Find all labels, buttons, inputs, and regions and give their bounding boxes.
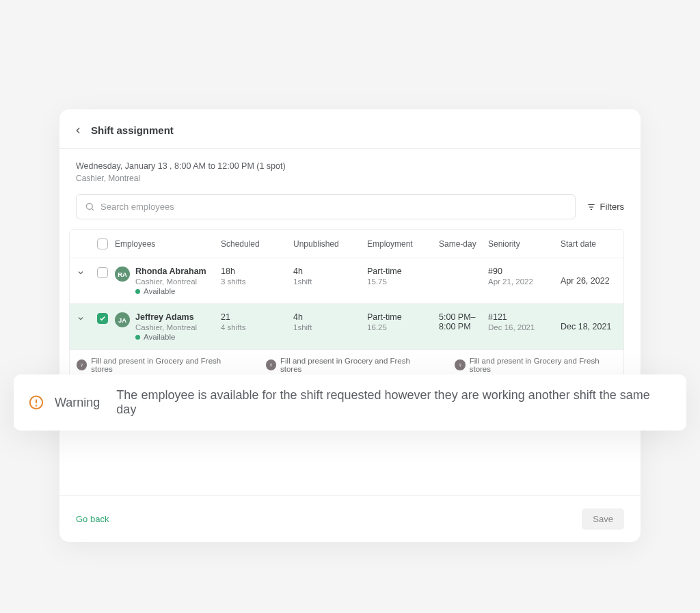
search-input[interactable] bbox=[100, 202, 567, 212]
unpublished-sub: 1shift bbox=[293, 323, 367, 331]
row-checkbox[interactable] bbox=[97, 267, 108, 278]
search-icon bbox=[85, 202, 95, 212]
employee-name: Jeffrey Adams bbox=[135, 312, 197, 322]
seniority-sub: Apr 21, 2022 bbox=[488, 277, 561, 286]
table-header: Employees Scheduled Unpublished Employme… bbox=[69, 229, 624, 258]
seniority-value: #121 bbox=[488, 312, 561, 322]
shift-assignment-card: Shift assignment Wednesday, January 13 ,… bbox=[59, 109, 641, 542]
warning-text: The employee is available for the shift … bbox=[116, 388, 671, 417]
svg-point-7 bbox=[36, 405, 37, 406]
warning-banner: Warning The employee is available for th… bbox=[14, 374, 686, 431]
scheduled-value: 21 bbox=[221, 312, 293, 322]
employee-role: Cashier, Montreal bbox=[135, 277, 206, 286]
employee-status: Available bbox=[135, 333, 197, 341]
page-title: Shift assignment bbox=[91, 124, 174, 136]
employee-status: Available bbox=[135, 287, 206, 295]
table-row[interactable]: RA Rhonda Abraham Cashier, Montreal Avai… bbox=[69, 258, 624, 304]
employment-sub: 15.75 bbox=[367, 277, 439, 286]
employment-sub: 16.25 bbox=[367, 323, 439, 331]
scheduled-sub: 4 shifts bbox=[221, 323, 293, 331]
col-sameday: Same-day bbox=[439, 239, 488, 249]
bulb-icon: ♀ bbox=[77, 359, 87, 370]
sameday-value: 5:00 PM– bbox=[439, 312, 488, 322]
shift-datetime: Wednesday, January 13 , 8:00 AM to 12:00… bbox=[76, 161, 624, 171]
employment-value: Part-time bbox=[367, 312, 439, 322]
col-employees: Employees bbox=[115, 239, 221, 249]
table-row[interactable]: JA Jeffrey Adams Cashier, Montreal Avail… bbox=[69, 304, 624, 350]
save-button[interactable]: Save bbox=[582, 508, 624, 530]
warning-label: Warning bbox=[55, 396, 100, 410]
startdate-value: Dec 18, 2021 bbox=[561, 322, 615, 331]
avatar: JA bbox=[115, 312, 130, 327]
employment-value: Part-time bbox=[367, 267, 439, 276]
row-checkbox[interactable] bbox=[97, 313, 108, 324]
seniority-value: #90 bbox=[488, 267, 561, 276]
filters-label: Filters bbox=[600, 202, 624, 212]
warning-icon bbox=[29, 395, 44, 410]
seniority-sub: Dec 16, 2021 bbox=[488, 323, 561, 331]
note-item: ♀ Fill and present in Grocery and Fresh … bbox=[77, 357, 239, 373]
unpublished-sub: 1shift bbox=[293, 277, 367, 286]
status-dot-icon bbox=[135, 335, 140, 340]
unpublished-value: 4h bbox=[293, 267, 367, 276]
note-item: ♀ Fill and present in Grocery and Fresh … bbox=[266, 357, 428, 373]
col-unpublished: Unpublished bbox=[293, 239, 367, 249]
card-footer: Go back Save bbox=[59, 495, 641, 542]
filters-button[interactable]: Filters bbox=[587, 202, 624, 212]
unpublished-value: 4h bbox=[293, 312, 367, 322]
col-scheduled: Scheduled bbox=[221, 239, 293, 249]
sameday-sub: 8:00 PM bbox=[439, 322, 488, 331]
avatar: RA bbox=[115, 267, 130, 282]
back-icon[interactable] bbox=[73, 126, 83, 135]
employee-role: Cashier, Montreal bbox=[135, 323, 197, 331]
employee-name: Rhonda Abraham bbox=[135, 267, 206, 276]
chevron-down-icon[interactable] bbox=[77, 269, 85, 277]
scheduled-sub: 3 shifts bbox=[221, 277, 293, 286]
shift-meta: Wednesday, January 13 , 8:00 AM to 12:00… bbox=[59, 149, 641, 186]
col-startdate: Start date bbox=[561, 239, 615, 249]
search-input-wrap[interactable] bbox=[76, 194, 576, 219]
note-item: ♀ Fill and present in Grocery and Fresh … bbox=[455, 357, 617, 373]
scheduled-value: 18h bbox=[221, 267, 293, 276]
col-employment: Employment bbox=[367, 239, 439, 249]
svg-point-0 bbox=[87, 204, 93, 210]
bulb-icon: ♀ bbox=[266, 359, 276, 370]
svg-line-1 bbox=[92, 208, 94, 210]
bulb-icon: ♀ bbox=[455, 359, 465, 370]
startdate-value: Apr 26, 2022 bbox=[561, 276, 615, 286]
filter-icon bbox=[587, 202, 596, 212]
select-all-checkbox[interactable] bbox=[97, 239, 108, 249]
shift-location: Cashier, Montreal bbox=[76, 174, 624, 183]
col-seniority: Seniority bbox=[488, 239, 561, 249]
chevron-down-icon[interactable] bbox=[77, 314, 85, 323]
card-header: Shift assignment bbox=[59, 109, 641, 149]
go-back-link[interactable]: Go back bbox=[76, 514, 109, 524]
status-dot-icon bbox=[135, 289, 140, 294]
